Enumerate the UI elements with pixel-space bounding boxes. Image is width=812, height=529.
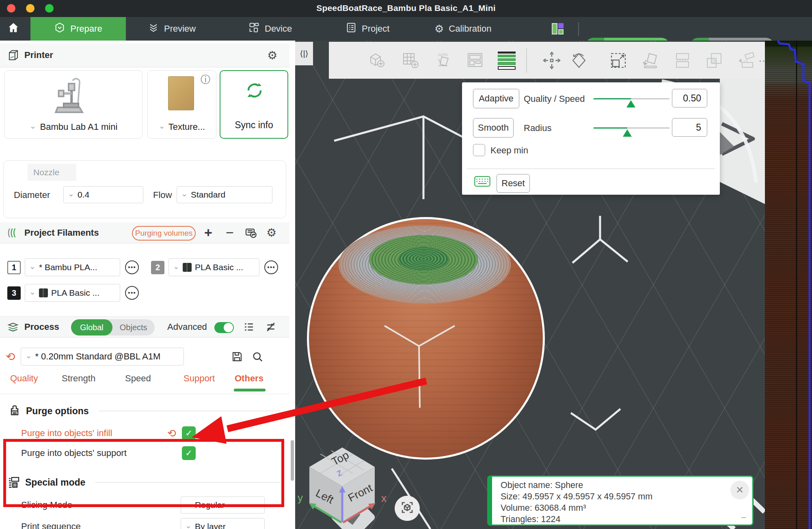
search-params-icon[interactable] xyxy=(251,351,263,363)
nozzle-group: Nozzle Diameter ⌄ 0.4 Flow ⌄ Standard xyxy=(3,160,286,218)
sync-info-button[interactable]: Sync info xyxy=(220,70,288,139)
printer-select[interactable]: ⌄ Bambu Lab A1 mini xyxy=(5,122,142,132)
nozzle-tab[interactable]: Nozzle xyxy=(28,164,76,181)
object-info-close-icon[interactable]: ✕ xyxy=(730,481,749,499)
smooth-button[interactable]: Smooth xyxy=(473,118,514,138)
object-volume-line: Volume: 63068.4 mm³ xyxy=(501,502,652,514)
slicing-mode-value: Regular xyxy=(195,500,225,510)
filament-3-name: PLA Basic ... xyxy=(51,288,99,298)
plate-card[interactable]: ⓘ ⌄ Texture... xyxy=(147,70,216,139)
tab-project[interactable]: Project xyxy=(346,17,389,41)
axis-x-label: x xyxy=(381,492,387,504)
sidebar-scrollbar-thumb[interactable] xyxy=(291,440,294,481)
print-sequence-row: Print sequence ⌄ By layer xyxy=(0,518,289,529)
tab-preview[interactable]: Preview xyxy=(148,17,196,41)
filament-2-menu-icon[interactable]: ••• xyxy=(264,260,278,274)
slicing-mode-select[interactable]: ⌄ Regular xyxy=(181,497,265,514)
quality-speed-slider-handle[interactable] xyxy=(626,100,635,108)
tab-label: Prepare xyxy=(70,24,102,34)
remove-filament-icon[interactable]: − xyxy=(226,225,234,241)
reset-button[interactable]: Reset xyxy=(497,174,530,193)
filament-2-select[interactable]: ⌄ PLA Basic ... xyxy=(168,258,259,276)
add-filament-icon[interactable]: + xyxy=(204,225,212,241)
filament-row-3: 3 ⌄ PLA Basic ... ••• xyxy=(0,282,289,303)
tab-prepare[interactable]: Prepare xyxy=(30,17,126,41)
tab-strength[interactable]: Strength xyxy=(62,373,95,384)
print-sequence-select[interactable]: ⌄ By layer xyxy=(181,518,265,529)
adaptive-button[interactable]: Adaptive xyxy=(473,89,519,108)
purge-options-title: Purge options xyxy=(26,406,89,417)
purge-infill-label: Purge into objects' infill xyxy=(21,428,112,439)
object-info-accent-bar xyxy=(488,477,492,525)
viewport-3d[interactable]: ⟨|⟩ AUTO xyxy=(295,41,812,529)
tab-support[interactable]: Support xyxy=(184,373,215,384)
filaments-section-header: Project Filaments Purging volumes + − ⚙ xyxy=(0,222,289,243)
flow-value: Standard xyxy=(191,190,225,200)
filament-1-select[interactable]: ⌄ * Bambu PLA... xyxy=(25,258,120,276)
filament-icon xyxy=(6,226,19,239)
filament-1-menu-icon[interactable]: ••• xyxy=(125,260,139,274)
printer-card[interactable]: ⌄ Bambu Lab A1 mini xyxy=(4,70,143,139)
purge-infill-undo-icon[interactable]: ⟲ xyxy=(167,427,176,440)
plate-select[interactable]: ⌄ Texture... xyxy=(148,122,216,132)
flow-label: Flow xyxy=(153,190,172,200)
tab-label: Preview xyxy=(164,24,196,34)
home-button[interactable] xyxy=(0,17,27,41)
tab-calibration[interactable]: ⚙ Calibration xyxy=(434,17,491,41)
advanced-toggle[interactable] xyxy=(214,322,234,333)
tab-device[interactable]: Device xyxy=(248,17,292,41)
plate-layout-icon[interactable] xyxy=(551,22,565,35)
filament-3-select[interactable]: ⌄ PLA Basic ... xyxy=(25,284,120,302)
process-preset-select[interactable]: ⌄ * 0.20mm Standard @BBL A1M xyxy=(21,348,184,366)
layer-height-curve xyxy=(778,41,810,529)
plate-info-icon[interactable]: ⓘ xyxy=(201,73,210,86)
printer-name: Bambu Lab A1 mini xyxy=(40,122,118,132)
scope-objects-button[interactable]: Objects xyxy=(112,319,155,335)
printer-settings-gear-icon[interactable]: ⚙ xyxy=(267,49,277,62)
purge-support-label: Purge into objects' support xyxy=(21,448,127,458)
object-info-collapse-icon[interactable]: − xyxy=(741,512,746,523)
flow-select[interactable]: ⌄ Standard xyxy=(177,186,272,203)
param-list-icon[interactable] xyxy=(243,321,255,333)
filament-3-color-swatch xyxy=(39,288,48,297)
ams-sync-icon[interactable] xyxy=(244,226,257,239)
process-section-title: Process xyxy=(24,322,59,332)
fit-view-button[interactable] xyxy=(395,496,420,521)
reset-preset-icon[interactable]: ⟲ xyxy=(6,350,15,363)
calibration-gear-icon: ⚙ xyxy=(434,23,444,35)
special-mode-icon xyxy=(7,476,20,489)
keep-min-checkbox[interactable] xyxy=(473,144,485,156)
quality-speed-label: Quality / Speed xyxy=(524,94,585,104)
tab-speed[interactable]: Speed xyxy=(125,373,151,384)
object-info-panel: Object name: Sphere Size: 49.5957 x 49.5… xyxy=(487,475,754,526)
layer-height-profile[interactable] xyxy=(765,41,812,529)
object-size-line: Size: 49.5957 x 49.5957 x 49.5957 mm xyxy=(501,491,652,502)
axis-y-label: y xyxy=(298,492,303,504)
scope-global-button[interactable]: Global xyxy=(71,319,112,335)
radius-value[interactable]: 5 xyxy=(672,118,707,137)
tab-others-active[interactable]: Others xyxy=(235,373,263,384)
tune-params-icon[interactable] xyxy=(265,321,277,333)
printer-section-header: Printer ⚙ xyxy=(0,43,289,67)
radius-slider-handle[interactable] xyxy=(623,129,632,137)
filament-1-name: * Bambu PLA... xyxy=(39,262,97,272)
advanced-label: Advanced xyxy=(167,322,207,332)
filament-3-menu-icon[interactable]: ••• xyxy=(125,286,139,300)
printer-icon xyxy=(7,49,19,61)
purging-volumes-button[interactable]: Purging volumes xyxy=(132,226,196,241)
print-sequence-value: By layer xyxy=(195,522,226,529)
purge-support-checkbox[interactable]: ✓ xyxy=(182,446,196,460)
save-preset-icon[interactable] xyxy=(231,351,243,363)
radius-label: Radius xyxy=(524,123,551,133)
preview-icon xyxy=(148,22,159,36)
slicing-mode-row: Slicing Mode ⌄ Regular xyxy=(0,496,289,514)
nozzle-diameter-select[interactable]: ⌄ 0.4 xyxy=(63,186,143,203)
tab-quality[interactable]: Quality xyxy=(10,373,38,384)
process-section-header: Process Global Objects Advanced xyxy=(0,316,289,338)
purge-infill-checkbox[interactable]: ✓ xyxy=(182,426,196,440)
quality-speed-value[interactable]: 0.50 xyxy=(672,89,707,108)
filament-settings-gear-icon[interactable]: ⚙ xyxy=(266,226,276,239)
special-mode-header: Special mode xyxy=(0,475,289,489)
preset-name: * 0.20mm Standard @BBL A1M xyxy=(35,351,160,362)
purge-infill-row: Purge into objects' infill ⟲ ✓ xyxy=(0,425,289,441)
